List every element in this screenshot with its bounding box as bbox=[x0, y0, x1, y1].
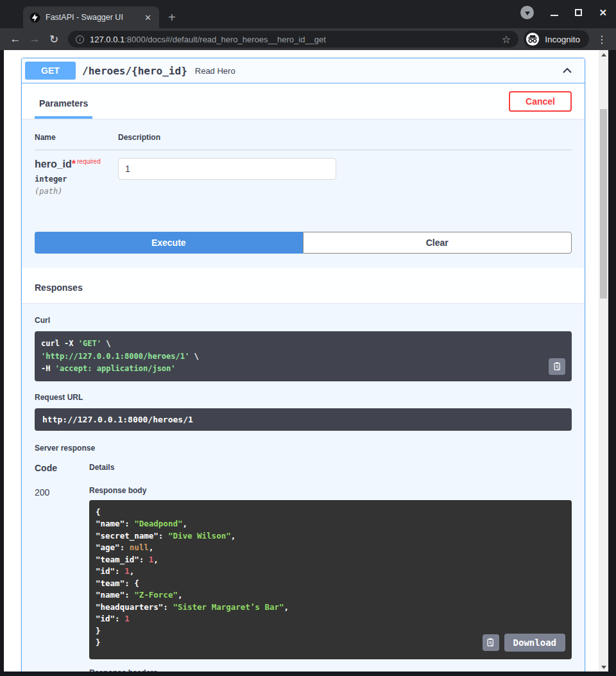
parameters-table-head: Name Description bbox=[35, 133, 572, 150]
column-description: Description bbox=[118, 133, 160, 142]
browser-update-icon[interactable] bbox=[520, 6, 534, 19]
server-response-head: Code Details bbox=[35, 463, 572, 473]
url-text: 127.0.0.1:8000/docs#/default/read_hero_h… bbox=[90, 35, 497, 44]
fastapi-favicon-icon bbox=[30, 12, 40, 23]
bookmark-star-icon[interactable]: ☆ bbox=[502, 33, 511, 46]
parameters-table: Name Description hero_id*required intege… bbox=[22, 119, 585, 196]
operation-summary[interactable]: GET /heroes/{hero_id} Read Hero bbox=[22, 58, 585, 83]
url-host: 127.0.0.1 bbox=[90, 35, 124, 44]
browser-toolbar: ← → ↻ i 127.0.0.1:8000/docs#/default/rea… bbox=[0, 28, 616, 50]
tab-title: FastAPI - Swagger UI bbox=[46, 13, 137, 22]
curl-command-text: curl -X 'GET' \ 'http://127.0.0.1:8000/h… bbox=[41, 338, 565, 375]
clear-button[interactable]: Clear bbox=[303, 232, 572, 254]
new-tab-button[interactable]: + bbox=[168, 11, 176, 24]
incognito-icon bbox=[526, 32, 540, 46]
server-response-label: Server response bbox=[35, 444, 572, 453]
url-path: :8000/docs#/default/read_hero_heroes__he… bbox=[124, 35, 326, 44]
minimize-button[interactable] bbox=[551, 15, 558, 16]
responses-section: Curl curl -X 'GET' \ 'http://127.0.0.1:8… bbox=[22, 303, 585, 672]
download-button[interactable]: Download bbox=[504, 634, 565, 652]
response-details: Response body { "name": "Deadpond", "sec… bbox=[89, 486, 572, 672]
cancel-button[interactable]: Cancel bbox=[509, 91, 572, 112]
back-icon[interactable]: ← bbox=[6, 30, 24, 48]
responses-header: Responses bbox=[22, 268, 585, 303]
page-area: GET /heroes/{hero_id} Read Hero Paramete… bbox=[0, 50, 616, 672]
response-body-block: { "name": "Deadpond", "secret_name": "Di… bbox=[89, 500, 572, 659]
opblock-get-heroes: GET /heroes/{hero_id} Read Hero Paramete… bbox=[21, 58, 585, 672]
scrollbar-thumb[interactable] bbox=[600, 109, 607, 299]
window-frame-right bbox=[608, 50, 616, 672]
tab-parameters: Parameters bbox=[35, 88, 92, 119]
forward-icon[interactable]: → bbox=[26, 30, 44, 48]
curl-command-block: curl -X 'GET' \ 'http://127.0.0.1:8000/h… bbox=[35, 331, 572, 381]
close-window-button[interactable]: ✕ bbox=[599, 8, 607, 17]
scrollbar[interactable] bbox=[599, 50, 608, 672]
response-body-label: Response body bbox=[89, 486, 572, 495]
browser-tab[interactable]: FastAPI - Swagger UI ✕ bbox=[23, 6, 159, 28]
swagger-page: GET /heroes/{hero_id} Read Hero Paramete… bbox=[4, 50, 599, 672]
column-details: Details bbox=[89, 463, 114, 473]
parameter-value-cell bbox=[118, 158, 572, 196]
required-label: required bbox=[77, 158, 101, 165]
operation-path: /heroes/{hero_id} bbox=[82, 65, 187, 77]
execute-button[interactable]: Execute bbox=[35, 232, 303, 254]
reload-icon[interactable]: ↻ bbox=[45, 30, 63, 48]
server-response-row: 200 Response body { "name": "Deadpond", … bbox=[35, 486, 572, 672]
column-name: Name bbox=[35, 133, 118, 142]
window-controls: ✕ bbox=[520, 6, 607, 19]
tab-close-icon[interactable]: ✕ bbox=[142, 13, 154, 22]
parameter-name: hero_id*required bbox=[35, 158, 118, 170]
response-body-json: { "name": "Deadpond", "secret_name": "Di… bbox=[96, 507, 565, 649]
tab-strip: FastAPI - Swagger UI ✕ + ✕ bbox=[0, 0, 616, 28]
parameters-header: Parameters Cancel bbox=[22, 83, 585, 119]
parameter-name-cell: hero_id*required integer (path) bbox=[35, 158, 118, 196]
menu-dots-icon[interactable]: ⋮ bbox=[590, 33, 610, 46]
maximize-button[interactable] bbox=[575, 9, 582, 16]
scrollbar-up-icon[interactable] bbox=[599, 50, 608, 59]
operation-description: Read Hero bbox=[195, 66, 235, 76]
parameter-row: hero_id*required integer (path) bbox=[35, 150, 572, 196]
request-url-label: Request URL bbox=[35, 393, 572, 402]
incognito-label: Incognito bbox=[545, 35, 580, 44]
response-body-actions: Download bbox=[483, 634, 565, 652]
hero-id-input[interactable] bbox=[118, 158, 336, 180]
execute-wrapper: Execute Clear bbox=[22, 196, 585, 268]
required-star: * bbox=[72, 159, 76, 169]
scrollbar-down-icon[interactable] bbox=[599, 663, 608, 672]
incognito-badge: Incognito bbox=[524, 30, 589, 48]
window-frame-bottom bbox=[0, 672, 616, 676]
request-url-block: http://127.0.0.1:8000/heroes/1 bbox=[35, 408, 572, 431]
method-badge: GET bbox=[25, 62, 76, 80]
address-bar[interactable]: i 127.0.0.1:8000/docs#/default/read_hero… bbox=[68, 31, 518, 48]
browser-window: FastAPI - Swagger UI ✕ + ✕ ← → ↻ i 127.0… bbox=[0, 0, 616, 676]
parameter-type: integer bbox=[35, 175, 118, 184]
responses-title: Responses bbox=[35, 271, 83, 303]
page-info-icon[interactable]: i bbox=[76, 35, 84, 44]
collapse-chevron-icon[interactable] bbox=[561, 64, 574, 77]
copy-curl-button[interactable] bbox=[549, 358, 565, 375]
parameter-location: (path) bbox=[35, 187, 118, 196]
status-code: 200 bbox=[35, 486, 89, 672]
column-code: Code bbox=[35, 463, 89, 473]
copy-response-button[interactable] bbox=[483, 634, 499, 651]
curl-label: Curl bbox=[35, 316, 572, 325]
